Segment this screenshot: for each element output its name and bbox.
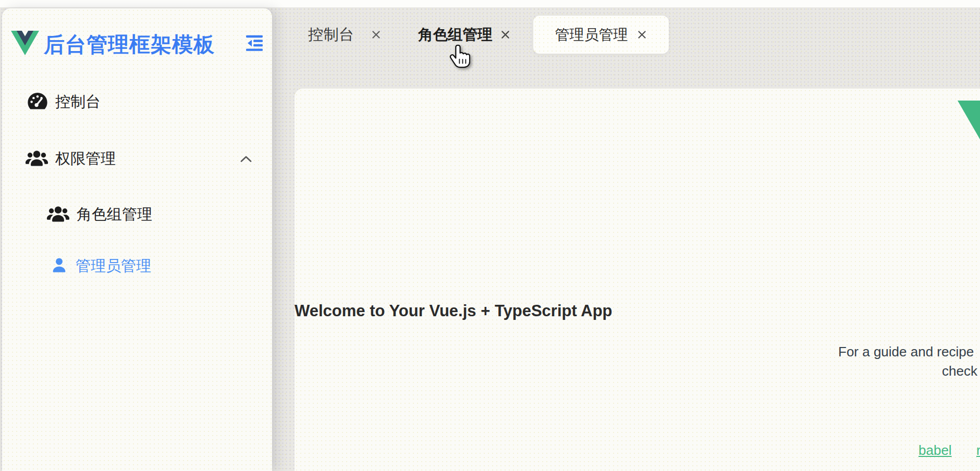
chevron-up-icon: [239, 154, 253, 167]
guide-text-line2: check: [942, 363, 977, 379]
sidebar-item-admins[interactable]: 管理员管理: [2, 252, 272, 281]
sidebar-item-label: 权限管理: [55, 148, 116, 169]
close-icon[interactable]: [500, 29, 511, 40]
sidebar: 后台管理框架模板: [2, 8, 272, 471]
sidebar-item-dashboard[interactable]: 控制台: [2, 88, 272, 117]
close-icon[interactable]: [636, 29, 647, 40]
tab-label: 控制台: [308, 24, 354, 45]
welcome-heading: Welcome to Your Vue.js + TypeScript App: [295, 302, 612, 320]
sidebar-item-label: 角色组管理: [77, 204, 152, 225]
router-link-partial[interactable]: r: [976, 442, 980, 458]
tab-dashboard[interactable]: 控制台: [308, 16, 382, 54]
guide-text-line1: For a guide and recipe: [838, 344, 974, 360]
sidebar-item-permissions[interactable]: 权限管理: [2, 144, 272, 173]
tab-role-groups[interactable]: 角色组管理: [418, 16, 511, 54]
dashboard-icon: [27, 91, 48, 113]
sidebar-item-role-groups[interactable]: 角色组管理: [2, 200, 272, 229]
babel-link[interactable]: babel: [918, 442, 952, 458]
main-content: Welcome to Your Vue.js + TypeScript App …: [295, 89, 980, 471]
sidebar-header: 后台管理框架模板: [2, 29, 272, 58]
sidebar-item-label: 管理员管理: [76, 256, 151, 277]
close-icon[interactable]: [371, 29, 382, 40]
users-icon: [25, 147, 48, 171]
top-strip: [0, 0, 980, 7]
sidebar-item-label: 控制台: [55, 92, 101, 113]
users-icon: [46, 203, 70, 227]
vue-logo-large: [958, 101, 980, 219]
tab-label: 角色组管理: [418, 25, 493, 45]
tab-label: 管理员管理: [555, 25, 628, 45]
tab-admins-active[interactable]: 管理员管理: [533, 16, 669, 54]
user-icon: [50, 255, 69, 278]
app-title: 后台管理框架模板: [44, 30, 215, 59]
vue-logo-icon: [11, 31, 39, 55]
fold-menu-icon[interactable]: [243, 35, 265, 52]
